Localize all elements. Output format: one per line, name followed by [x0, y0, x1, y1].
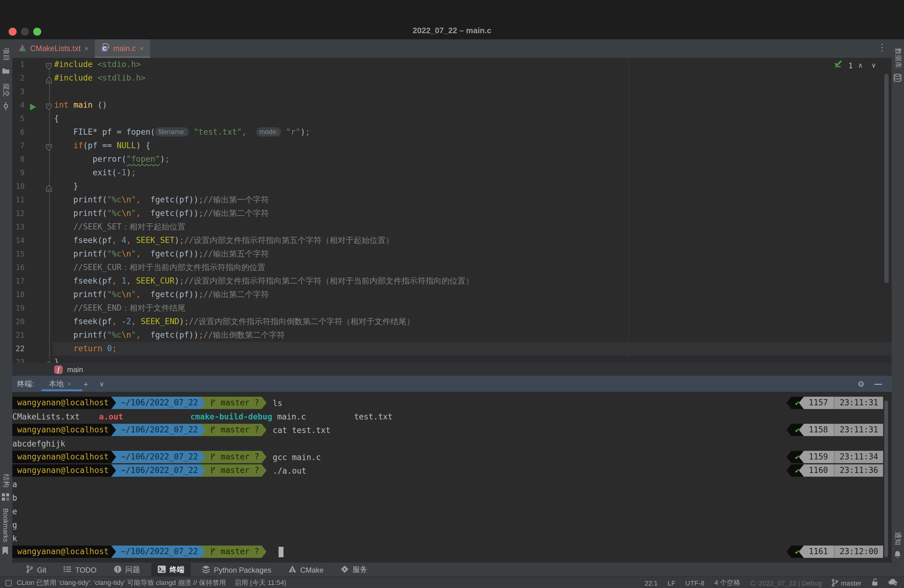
chevron-down-icon[interactable]: ∨ [99, 380, 104, 388]
line-number: 18 [12, 288, 25, 301]
code-line-23[interactable]: 23} [12, 356, 892, 363]
structure-icon[interactable] [2, 492, 11, 501]
code-line-10[interactable]: 10 } [12, 180, 892, 193]
more-icon[interactable]: ⋮ [877, 42, 887, 53]
stripe-button-项目[interactable]: 项目 [0, 46, 12, 62]
cloud-gear-icon[interactable] [888, 578, 898, 587]
indent-setting[interactable]: 4 个空格 [714, 578, 740, 587]
stripe-button-结构[interactable]: 结构 [0, 473, 12, 488]
event-log-icon[interactable] [6, 580, 12, 586]
gutter[interactable] [25, 193, 53, 207]
gutter[interactable] [25, 234, 53, 247]
gutter[interactable] [25, 247, 53, 261]
encoding[interactable]: UTF-8 [685, 579, 705, 586]
code-line-12[interactable]: 12 printf("%c\n", fgetc(pf));//输出第二个字符 [12, 207, 892, 220]
gutter[interactable] [25, 329, 53, 342]
code-line-17[interactable]: 17 fseek(pf, 1, SEEK_CUR);//设置内部文件指示符指向第… [12, 274, 892, 288]
code-line-19[interactable]: 19 //SEEK_END：相对于文件结尾 [12, 301, 892, 315]
close-icon[interactable]: × [140, 44, 144, 53]
gutter[interactable] [25, 315, 53, 329]
code-line-18[interactable]: 18 printf("%c\n", fgetc(pf));//输出第二个字符 [12, 288, 892, 301]
inspection-widget[interactable]: 1 ∧ ∨ [834, 60, 876, 71]
tool-window-button-git[interactable]: Git [20, 563, 52, 577]
tool-window-button-cmake[interactable]: CMake [282, 563, 330, 577]
code-editor[interactable]: 1#include <stdio.h>2#include <stdlib.h>3… [12, 58, 892, 363]
line-number: 2 [12, 71, 25, 85]
minimize-panel-icon[interactable]: — [874, 379, 882, 388]
code-text: if(pf == NULL) { [53, 139, 892, 153]
close-icon[interactable]: × [67, 380, 71, 387]
gutter[interactable] [25, 153, 53, 166]
code-line-4[interactable]: 4int main () [12, 98, 892, 112]
code-line-6[interactable]: 6 FILE* pf = fopen(filename: "test.txt",… [12, 125, 892, 139]
gutter[interactable] [25, 139, 53, 153]
tool-window-button-todo[interactable]: TODO [57, 563, 103, 577]
code-line-8[interactable]: 8 perror("fopen"); [12, 153, 892, 166]
caret-position[interactable]: 22:1 [645, 579, 658, 586]
gutter[interactable] [25, 288, 53, 301]
code-line-1[interactable]: 1#include <stdio.h> [12, 58, 892, 71]
bell-icon[interactable] [893, 550, 902, 558]
tool-window-button-服务[interactable]: 服务 [335, 563, 373, 577]
gutter[interactable] [25, 85, 53, 98]
breadcrumb[interactable]: f main [12, 363, 892, 376]
fold-close-icon[interactable] [46, 359, 52, 363]
gutter[interactable] [25, 58, 53, 71]
gutter[interactable] [25, 125, 53, 139]
code-line-14[interactable]: 14 fseek(pf, 4, SEEK_SET);//设置内部文件指示符指向第… [12, 234, 892, 247]
chevron-down-icon[interactable]: ∨ [872, 62, 876, 70]
terminal-output[interactable]: wangyanan@localhost~/106/2022_07_22 mast… [12, 392, 892, 558]
new-session-button[interactable]: + [84, 379, 88, 389]
tool-window-button-问题[interactable]: 问题 [107, 563, 146, 577]
bookmark-icon[interactable] [2, 546, 11, 555]
unlock-icon[interactable] [871, 578, 878, 587]
gutter[interactable] [25, 261, 53, 274]
gutter[interactable] [25, 166, 53, 180]
code-line-7[interactable]: 7 if(pf == NULL) { [12, 139, 892, 153]
gutter[interactable] [25, 180, 53, 193]
editor-tab-cmakelists-txt[interactable]: CMakeLists.txt× [12, 40, 95, 58]
code-line-5[interactable]: 5{ [12, 112, 892, 125]
tool-window-button-终端[interactable]: 终端 [151, 563, 191, 577]
commit-icon[interactable] [2, 101, 11, 110]
gutter[interactable] [25, 342, 53, 356]
tool-window-button-python-packages[interactable]: Python Packages [196, 563, 278, 577]
code-line-20[interactable]: 20 fseek(pf, -2, SEEK_END);//设置内部文件指示符指向… [12, 315, 892, 329]
gutter[interactable] [25, 207, 53, 220]
stripe-button-数据库[interactable]: 数据库 [892, 46, 904, 70]
terminal-tab-local[interactable]: 本地 × [47, 376, 73, 392]
code-line-11[interactable]: 11 printf("%c\n", fgetc(pf));//输出第一个字符 [12, 193, 892, 207]
gear-icon[interactable]: ⚙ [858, 379, 864, 389]
stripe-button-bookmarks[interactable]: Bookmarks [0, 508, 12, 542]
code-line-13[interactable]: 13 //SEEK_SET：相对于起始位置 [12, 220, 892, 234]
close-icon[interactable]: × [84, 44, 89, 53]
stripe-button-提交[interactable]: 提交 [0, 82, 12, 98]
breadcrumb-item[interactable]: main [67, 365, 83, 374]
status-action-link[interactable]: 启用 (今天 11:54) [235, 578, 286, 587]
gutter[interactable] [25, 71, 53, 85]
chevron-up-icon[interactable]: ∧ [858, 62, 863, 70]
gutter[interactable] [25, 220, 53, 234]
code-line-3[interactable]: 3 [12, 85, 892, 98]
code-line-9[interactable]: 9 exit(-1); [12, 166, 892, 180]
stripe-button-通知[interactable]: 通知 [892, 530, 904, 546]
gutter[interactable] [25, 301, 53, 315]
editor-scrollbar[interactable] [884, 74, 889, 283]
gutter[interactable] [25, 274, 53, 288]
line-ending[interactable]: LF [667, 579, 676, 586]
gutter[interactable] [25, 98, 53, 112]
code-line-16[interactable]: 16 //SEEK_CUR：相对于当前内部文件指示符指向的位置 [12, 261, 892, 274]
folder-icon[interactable] [2, 66, 11, 74]
code-line-2[interactable]: 2#include <stdlib.h> [12, 71, 892, 85]
gutter[interactable] [25, 112, 53, 125]
prompt-right-status: ✔116023:11:36 [787, 465, 883, 477]
editor-tab-main-c[interactable]: Cmain.c× [95, 40, 150, 58]
git-branch-widget[interactable]: master [832, 579, 861, 587]
right-tool-stripe: 数据库通知 [891, 40, 904, 576]
terminal-scrollbar[interactable] [884, 400, 888, 557]
database-icon[interactable] [893, 74, 902, 82]
code-line-22[interactable]: 22 return 0; [12, 342, 892, 356]
gutter[interactable] [25, 356, 53, 363]
code-line-21[interactable]: 21 printf("%c\n", fgetc(pf));//输出倒数第二个字符 [12, 329, 892, 342]
code-line-15[interactable]: 15 printf("%c\n", fgetc(pf));//输出第五个字符 [12, 247, 892, 261]
